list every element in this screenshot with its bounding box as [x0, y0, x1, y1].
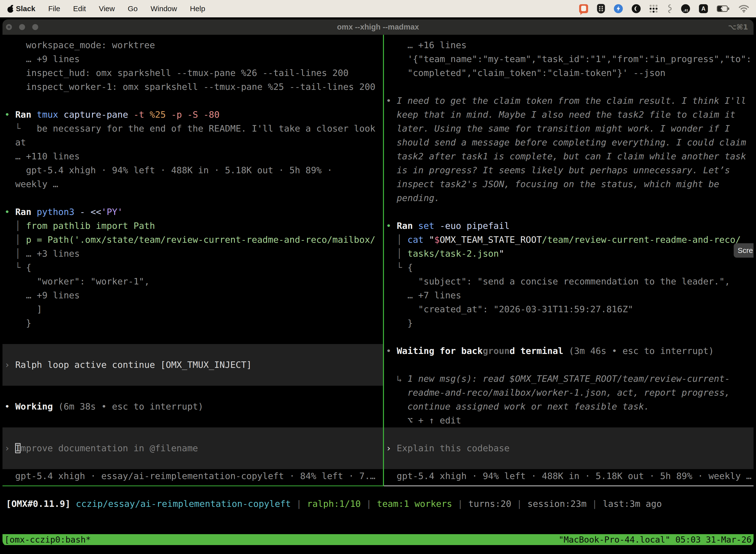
- terminal-line: }: [2, 316, 383, 330]
- left-pane-border: [2, 486, 383, 486]
- menu-bar: SlackFileEditViewGoWindowHelp ..61 A: [0, 0, 756, 17]
- terminal-line: [2, 413, 383, 428]
- terminal-line: [2, 386, 383, 400]
- waiting-status: • Waiting for background terminal (3m 46…: [384, 344, 754, 358]
- gauge-badge-icon[interactable]: ..61: [681, 4, 690, 13]
- prompt-input[interactable]: › Explain this codebase: [384, 441, 754, 455]
- tmux-host-clock: "MacBook-Pro-44.local" 05:03 31-Mar-26: [559, 535, 752, 545]
- wifi-icon[interactable]: [739, 5, 749, 13]
- menu-item-file[interactable]: File: [48, 4, 60, 13]
- terminal-line: [384, 428, 754, 441]
- terminal-line: "worker": "worker-1",: [2, 275, 383, 288]
- text-cursor: I: [15, 443, 20, 453]
- terminal-line: [384, 205, 754, 219]
- terminal-line: └ {: [2, 261, 383, 275]
- terminal-line: [2, 94, 383, 108]
- terminal-line: … +7 lines: [384, 288, 754, 302]
- omx-status-line: [OMX#0.11.9] cczip/essay/ai-reimplementa…: [2, 497, 754, 511]
- terminal-line: │ p = Path('.omx/state/team/review-curre…: [2, 233, 383, 247]
- working-status: • Working (6m 38s • esc to interrupt): [2, 400, 383, 413]
- crescent-app-icon[interactable]: [632, 4, 641, 13]
- terminal-line: [2, 455, 383, 469]
- terminal-line: │ cat "$OMX_TEAM_STATE_ROOT/team/review-…: [384, 233, 754, 247]
- terminal-line: … +9 lines: [2, 52, 383, 66]
- terminal-line: [2, 344, 383, 358]
- terminal-line: └ be necessary for the end of the README…: [2, 122, 383, 135]
- terminal-line: inspect_hud: omx sparkshell --tmux-pane …: [2, 66, 383, 80]
- tmux-status-bar: [omx-cczip0:bash* "MacBook-Pro-44.local"…: [2, 534, 754, 545]
- battery-icon[interactable]: [717, 5, 730, 12]
- terminal-line: is in progress? It seems likely but perh…: [384, 163, 754, 177]
- terminal-line: "completed","claim_token":"claim-token"}…: [384, 66, 754, 80]
- terminal-line: gpt-5.4 xhigh · 94% left · 488K in · 5.1…: [2, 163, 383, 177]
- minimize-button[interactable]: [19, 24, 25, 30]
- terminal-line: ↳ 1 new msg(s): read $OMX_TEAM_STATE_ROO…: [384, 372, 754, 386]
- terminal-line: [384, 455, 754, 469]
- terminal-line: └ {: [384, 261, 754, 275]
- menu-items: SlackFileEditViewGoWindowHelp: [16, 4, 205, 13]
- terminal-line: weekly …: [2, 177, 383, 191]
- menu-item-slack[interactable]: Slack: [16, 4, 35, 13]
- screen-recording-chip[interactable]: Scre: [734, 243, 754, 258]
- terminal-line: workspace_mode: worktree: [2, 38, 383, 52]
- right-pane[interactable]: … +16 lines '{"team_name":"my-team","tas…: [384, 35, 754, 486]
- terminal-line: "created_at": "2026-03-31T11:59:27.816Z": [384, 302, 754, 316]
- terminal-line: [384, 358, 754, 372]
- terminal-line: ⌥ + ↑ edit: [384, 413, 754, 428]
- terminal-line: pending.: [384, 191, 754, 205]
- command-line: • Ran set -euo pipefail: [384, 219, 754, 233]
- menu-item-view[interactable]: View: [99, 4, 115, 13]
- zoom-button[interactable]: [32, 24, 38, 30]
- window-titlebar: omx --xhigh --madmax ⌥⌘1: [2, 19, 754, 35]
- pane-status-line: gpt-5.4 xhigh · essay/ai-reimplementatio…: [2, 469, 383, 483]
- terminal-line: inspect_worker-1: omx sparkshell --tmux-…: [2, 80, 383, 94]
- tmux-session-label: [omx-cczip0:bash*: [4, 535, 91, 545]
- menu-item-go[interactable]: Go: [128, 4, 138, 13]
- terminal-line: "subject": "send a concise recommendatio…: [384, 275, 754, 288]
- terminal-line: │ … +3 lines: [2, 247, 383, 261]
- terminal-line: should send a message before completing …: [384, 135, 754, 150]
- close-button[interactable]: [6, 24, 12, 30]
- terminal-line: ]: [2, 302, 383, 316]
- thinking-text: • I need to get the claim token from the…: [384, 94, 754, 108]
- terminal-line: [2, 428, 383, 441]
- window-shortcut: ⌥⌘1: [728, 23, 748, 31]
- left-pane[interactable]: workspace_mode: worktree … +9 lines insp…: [2, 35, 383, 486]
- terminal-window: omx --xhigh --madmax ⌥⌘1 workspace_mode:…: [2, 19, 754, 546]
- blue-bolt-icon[interactable]: [614, 4, 623, 13]
- terminal-line: [384, 80, 754, 94]
- terminal-line: … +110 lines: [2, 150, 383, 163]
- status-icons: ..61 A: [579, 4, 749, 13]
- terminal-line: readme-and-reco/mailbox/worker-1.json, a…: [384, 386, 754, 400]
- pane-status-line: gpt-5.4 xhigh · 94% left · 488K in · 5.1…: [384, 469, 754, 483]
- apple-menu-icon[interactable]: [7, 4, 14, 13]
- terminal-line: continue assigned work or next feasible …: [384, 400, 754, 413]
- terminal-line: inspect task2's JSON, focusing on the st…: [384, 177, 754, 191]
- shield-app-icon[interactable]: [597, 4, 605, 13]
- keyboard-layout-icon[interactable]: A: [699, 4, 708, 13]
- terminal-line: │ tasks/task-2.json": [384, 247, 754, 261]
- terminal-line: }: [384, 316, 754, 330]
- terminal-line: at: [2, 135, 383, 150]
- terminal-line: [2, 330, 383, 344]
- chat-app-icon[interactable]: [579, 4, 588, 13]
- terminal-line: [384, 330, 754, 344]
- terminal-line: task2 after task1 is complete, but can I…: [384, 150, 754, 163]
- right-pane-border: [384, 486, 754, 486]
- terminal-line: later. Using the same for transition mig…: [384, 122, 754, 135]
- menu-item-window[interactable]: Window: [150, 4, 177, 13]
- terminal-line: '{"team_name":"my-team","task_id":"1","f…: [384, 52, 754, 66]
- dots-grid-icon[interactable]: [649, 5, 658, 13]
- window-title: omx --xhigh --madmax: [337, 22, 419, 32]
- menu-item-edit[interactable]: Edit: [73, 4, 86, 13]
- terminal-line: │ from pathlib import Path: [2, 219, 383, 233]
- inject-banner: › Ralph loop active continue [OMX_TMUX_I…: [2, 358, 383, 372]
- terminal-line: … +9 lines: [2, 288, 383, 302]
- menu-item-help[interactable]: Help: [190, 4, 205, 13]
- prompt-input[interactable]: › Improve documentation in @filename: [2, 441, 383, 455]
- squiggle-icon[interactable]: [667, 4, 672, 13]
- terminal-line: … +16 lines: [384, 38, 754, 52]
- terminal-line: keep that in mind. Maybe I also need the…: [384, 108, 754, 122]
- terminal-line: [2, 191, 383, 205]
- command-line: • Ran python3 - <<'PY': [2, 205, 383, 219]
